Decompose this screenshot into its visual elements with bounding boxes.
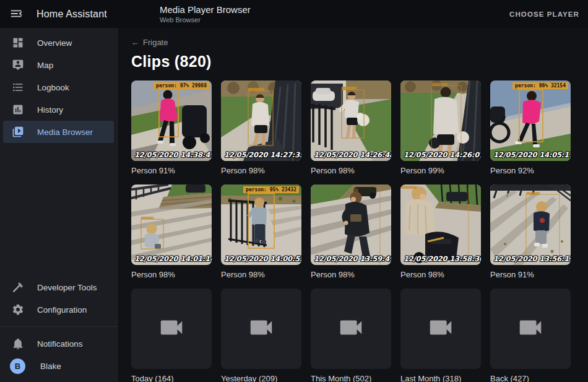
clip-scene-image xyxy=(400,80,481,161)
clip-thumbnail: 12/05/2020 13:58:30 xyxy=(400,184,481,265)
sidebar-item-label: History xyxy=(37,105,63,115)
clip-timestamp: 12/05/2020 14:27:35 xyxy=(224,150,300,159)
folder-item-last-month[interactable]: Last Month (318) xyxy=(400,289,481,382)
back-arrow-icon: ← xyxy=(131,38,139,47)
breadcrumb-back[interactable]: ← Frigate xyxy=(131,38,168,47)
clip-item[interactable]: person: 95% 23432 12/05/2020 14:00:52 Pe… xyxy=(221,184,301,280)
top-app-bar: Home Assistant Media Player Browser Web … xyxy=(0,0,588,28)
sidebar-item-logbook[interactable]: Logbook xyxy=(3,76,114,98)
clip-item[interactable]: 12/05/2020 14:27:35 Person 98% xyxy=(221,80,301,176)
clip-thumbnail: 12/05/2020 14:26:07 xyxy=(400,80,481,161)
clip-thumbnail: 12/05/2020 14:27:35 xyxy=(221,80,301,161)
media-player-subtitle: Web Browser xyxy=(160,16,251,24)
folder-caption: Back (427) xyxy=(490,374,571,382)
detection-tag: person: 96% 32154 xyxy=(512,82,568,89)
clip-item[interactable]: 12/05/2020 14:26:07 Person 99% xyxy=(400,80,481,176)
clip-caption: Person 98% xyxy=(221,166,301,176)
clip-caption: Person 91% xyxy=(490,270,571,280)
avatar: B xyxy=(10,358,25,374)
folder-caption: Today (164) xyxy=(131,374,212,382)
clip-scene-image xyxy=(490,184,571,265)
clip-item[interactable]: person: 96% 32154 12/05/2020 14:05:17 Pe… xyxy=(490,80,571,176)
clip-timestamp: 12/05/2020 14:26:48 xyxy=(314,150,390,159)
clip-thumbnail: 12/05/2020 13:59:49 xyxy=(311,184,391,265)
bell-icon xyxy=(12,337,24,350)
sidebar-item-label: Map xyxy=(37,61,53,70)
page-title: Clips (820) xyxy=(131,53,588,71)
sidebar-divider xyxy=(0,326,117,327)
clip-timestamp: 12/05/2020 14:01:14 xyxy=(134,254,210,263)
sidebar-item-notifications[interactable]: Notifications xyxy=(3,332,114,355)
clip-item[interactable]: person: 97% 29988 12/05/2020 14:38:47 Pe… xyxy=(131,80,212,176)
clip-caption: Person 92% xyxy=(490,166,571,176)
chart-box-icon xyxy=(12,103,24,116)
sidebar-footer: Notifications B Blake xyxy=(0,332,117,382)
sidebar-item-label: Notifications xyxy=(37,339,83,349)
clip-item[interactable]: 12/05/2020 14:01:14 Person 98% xyxy=(131,184,212,280)
clip-timestamp: 12/05/2020 13:56:17 xyxy=(493,254,569,263)
clip-thumbnail: 12/05/2020 14:26:48 xyxy=(311,80,391,161)
folder-tile xyxy=(490,289,571,369)
sidebar-item-profile[interactable]: B Blake xyxy=(3,355,114,377)
sidebar-item-configuration[interactable]: Configuration xyxy=(3,298,114,321)
play-box-multiple-icon xyxy=(12,126,24,138)
folder-item-back[interactable]: Back (427) xyxy=(490,289,571,382)
sidebar-item-media-browser[interactable]: Media Browser xyxy=(3,121,114,143)
gear-icon xyxy=(12,303,24,316)
clip-item[interactable]: 12/05/2020 14:26:48 Person 98% xyxy=(311,80,391,176)
choose-player-button[interactable]: CHOOSE PLAYER xyxy=(509,0,579,28)
clip-scene-image xyxy=(490,80,571,161)
sidebar-item-label: Logbook xyxy=(37,83,69,92)
detection-tag: person: 97% 29988 xyxy=(153,82,209,89)
breadcrumb-label: Frigate xyxy=(143,38,168,47)
clip-scene-image xyxy=(311,184,391,265)
sidebar-item-label: Overview xyxy=(37,38,72,48)
folder-item-yesterday[interactable]: Yesterday (209) xyxy=(221,289,301,382)
app-title: Home Assistant xyxy=(37,9,107,20)
clip-scene-image xyxy=(221,184,301,265)
clip-item[interactable]: 12/05/2020 13:59:49 Person 98% xyxy=(311,184,391,280)
folder-item-this-month[interactable]: This Month (502) xyxy=(311,289,391,382)
map-account-icon xyxy=(12,59,24,71)
clip-timestamp: 12/05/2020 14:38:47 xyxy=(134,150,210,159)
sidebar-item-overview[interactable]: Overview xyxy=(3,32,114,54)
sidebar-spacer xyxy=(0,143,117,276)
sidebar-item-label: Developer Tools xyxy=(37,283,97,292)
clip-item[interactable]: 12/05/2020 13:56:17 Person 91% xyxy=(490,184,571,280)
clip-item[interactable]: 12/05/2020 13:58:30 Person 98% xyxy=(400,184,481,280)
clip-scene-image xyxy=(400,184,481,265)
folder-tile xyxy=(221,289,301,369)
folder-item-today[interactable]: Today (164) xyxy=(131,289,212,382)
clip-caption: Person 98% xyxy=(400,270,481,280)
video-camera-icon xyxy=(337,313,365,344)
folder-tile xyxy=(311,289,391,369)
media-player-header: Media Player Browser Web Browser xyxy=(160,4,251,24)
sidebar-item-label: Blake xyxy=(40,362,61,371)
clip-scene-image xyxy=(131,80,212,161)
sidebar-item-map[interactable]: Map xyxy=(3,54,114,76)
clip-thumbnail: 12/05/2020 13:56:17 xyxy=(490,184,571,265)
home-assistant-app: Home Assistant Media Player Browser Web … xyxy=(0,0,588,382)
clip-scene-image xyxy=(221,80,301,161)
clip-caption: Person 91% xyxy=(131,166,212,176)
clip-caption: Person 98% xyxy=(131,270,212,280)
folder-tile xyxy=(131,289,212,369)
folder-tile xyxy=(400,289,481,369)
video-camera-icon xyxy=(426,313,455,344)
video-camera-icon xyxy=(247,313,275,344)
sidebar-item-history[interactable]: History xyxy=(3,98,114,121)
media-browser-content: ← Frigate Clips (820) xyxy=(118,28,588,382)
sidebar-item-developer-tools[interactable]: Developer Tools xyxy=(3,276,114,298)
menu-open-icon xyxy=(9,12,23,22)
sidebar: Overview Map Logbook History Media Brows… xyxy=(0,28,118,382)
clip-timestamp: 12/05/2020 14:00:52 xyxy=(224,254,300,263)
detection-tag: person: 95% 23432 xyxy=(243,186,299,193)
sidebar-toggle-button[interactable] xyxy=(9,7,24,22)
clip-scene-image xyxy=(311,80,391,161)
list-bulleted-icon xyxy=(12,81,24,93)
folder-caption: Last Month (318) xyxy=(400,374,481,382)
clip-caption: Person 98% xyxy=(311,166,391,176)
video-camera-icon xyxy=(516,313,545,344)
clip-caption: Person 98% xyxy=(221,270,301,280)
clips-grid: person: 97% 29988 12/05/2020 14:38:47 Pe… xyxy=(131,80,588,382)
